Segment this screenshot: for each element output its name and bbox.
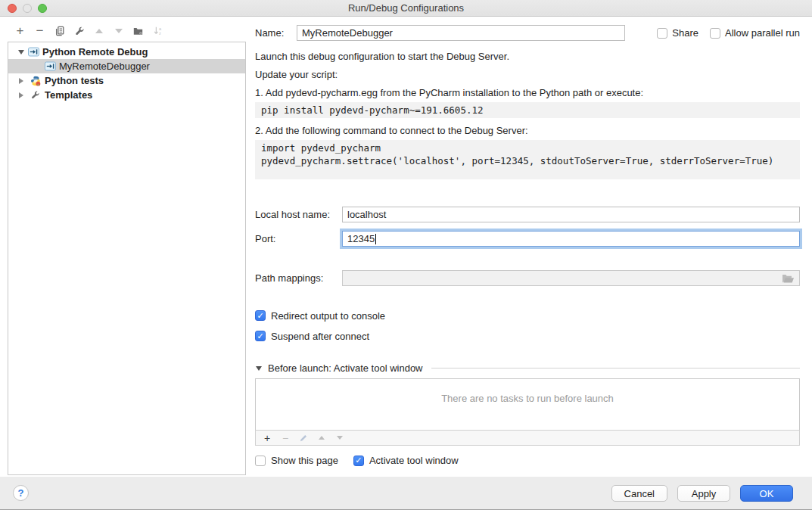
section-separator xyxy=(431,368,800,369)
tree-item-templates[interactable]: Templates xyxy=(8,88,245,102)
tree-item-label: Python tests xyxy=(45,75,104,86)
port-value: 12345 xyxy=(347,233,375,244)
suspend-after-connect-checkbox[interactable] xyxy=(255,331,266,341)
allow-parallel-run-checkbox-group: Allow parallel run xyxy=(710,27,800,39)
activate-tool-window-label: Activate tool window xyxy=(369,455,459,466)
settrace-code[interactable]: import pydevd_pycharm pydevd_pycharm.set… xyxy=(255,140,800,179)
window-title: Run/Debug Configurations xyxy=(0,2,812,14)
run-debug-configurations-dialog: Run/Debug Configurations + − az Python R… xyxy=(0,0,812,510)
run-config-icon xyxy=(45,61,56,71)
edit-pencil-icon xyxy=(299,434,308,443)
empty-tasks-text: There are no tasks to run before launch xyxy=(441,393,614,430)
zoom-window-button[interactable] xyxy=(38,4,47,13)
path-mappings-input[interactable] xyxy=(342,270,800,286)
tree-item-python-remote-debug[interactable]: Python Remote Debug xyxy=(8,45,245,59)
configurations-tree: Python Remote Debug MyRemoteDebugger Pyt… xyxy=(8,42,246,475)
help-button[interactable]: ? xyxy=(13,485,29,501)
traffic-lights xyxy=(8,4,47,13)
new-folder-icon[interactable] xyxy=(132,25,144,36)
close-window-button[interactable] xyxy=(8,4,17,13)
run-config-icon xyxy=(28,47,39,57)
tree-item-myremotedebugger[interactable]: MyRemoteDebugger xyxy=(8,59,245,73)
browse-folder-icon[interactable] xyxy=(782,273,795,284)
configuration-form: Name: Share Allow parallel run Launch th… xyxy=(255,17,800,466)
tree-item-python-tests[interactable]: Python tests xyxy=(8,73,245,88)
chevron-right-icon[interactable] xyxy=(17,92,25,99)
local-host-name-input[interactable] xyxy=(342,207,800,222)
edit-defaults-wrench-icon[interactable] xyxy=(73,25,85,36)
move-task-up-icon xyxy=(317,436,326,440)
remove-task-icon: − xyxy=(281,433,290,443)
minimize-window-button xyxy=(23,4,32,13)
chevron-right-icon[interactable] xyxy=(17,77,25,85)
collapse-section-icon[interactable] xyxy=(255,365,263,372)
tree-item-label: Python Remote Debug xyxy=(42,46,148,58)
port-input[interactable]: 12345 xyxy=(342,231,800,247)
add-task-icon[interactable]: + xyxy=(263,433,272,443)
share-checkbox-group: Share xyxy=(657,27,698,39)
move-up-icon xyxy=(93,25,104,36)
move-task-down-icon xyxy=(335,436,344,440)
add-icon[interactable]: + xyxy=(14,25,26,36)
chevron-down-icon[interactable] xyxy=(17,48,25,56)
cancel-button[interactable]: Cancel xyxy=(611,485,667,502)
python-icon xyxy=(30,76,42,86)
before-launch-title: Before launch: Activate tool window xyxy=(268,362,423,374)
before-launch-task-list[interactable]: There are no tasks to run before launch xyxy=(255,378,800,430)
tree-item-label: MyRemoteDebugger xyxy=(59,61,150,72)
ok-button[interactable]: OK xyxy=(740,485,793,502)
allow-parallel-run-checkbox[interactable] xyxy=(710,28,720,39)
redirect-output-checkbox[interactable] xyxy=(255,310,266,321)
update-script-text: Update your script: xyxy=(255,69,800,80)
svg-text:a: a xyxy=(158,26,161,30)
remove-icon[interactable]: − xyxy=(34,25,45,36)
pip-install-code[interactable]: pip install pydevd-pycharm~=191.6605.12 xyxy=(255,102,800,118)
step2-text: 2. Add the following command to connect … xyxy=(255,125,800,136)
redirect-output-label: Redirect output to console xyxy=(271,310,385,322)
share-label: Share xyxy=(672,27,698,39)
step1-text: 1. Add pydevd-pycharm.egg from the PyCha… xyxy=(255,87,800,98)
intro-text: Launch this debug configuration to start… xyxy=(255,51,800,62)
dialog-footer: ? Cancel Apply OK xyxy=(0,477,812,510)
name-label: Name: xyxy=(255,27,297,39)
move-down-icon xyxy=(113,25,124,36)
title-bar: Run/Debug Configurations xyxy=(0,0,812,17)
wrench-icon xyxy=(30,90,42,100)
help-question-icon: ? xyxy=(18,487,24,499)
tree-item-label: Templates xyxy=(45,89,92,101)
apply-button[interactable]: Apply xyxy=(677,485,730,502)
settrace-code-line1: import pydevd_pycharm xyxy=(261,141,794,154)
settrace-code-line2: pydevd_pycharm.settrace('localhost', por… xyxy=(261,154,794,167)
show-this-page-checkbox[interactable] xyxy=(255,456,266,466)
text-caret xyxy=(375,234,376,244)
share-checkbox[interactable] xyxy=(657,28,667,39)
show-this-page-label: Show this page xyxy=(271,455,338,466)
copy-icon[interactable] xyxy=(54,25,65,36)
tasks-toolbar: + − xyxy=(255,430,800,446)
svg-text:z: z xyxy=(158,31,160,36)
configurations-toolbar: + − az xyxy=(14,25,163,36)
suspend-after-connect-label: Suspend after connect xyxy=(271,331,369,342)
local-host-name-label: Local host name: xyxy=(255,209,342,220)
name-input[interactable] xyxy=(297,25,625,41)
path-mappings-label: Path mappings: xyxy=(255,272,342,284)
activate-tool-window-checkbox[interactable] xyxy=(353,456,364,466)
port-label: Port: xyxy=(255,233,342,244)
allow-parallel-run-label: Allow parallel run xyxy=(725,27,800,39)
sort-alphabetically-icon: az xyxy=(152,25,163,36)
